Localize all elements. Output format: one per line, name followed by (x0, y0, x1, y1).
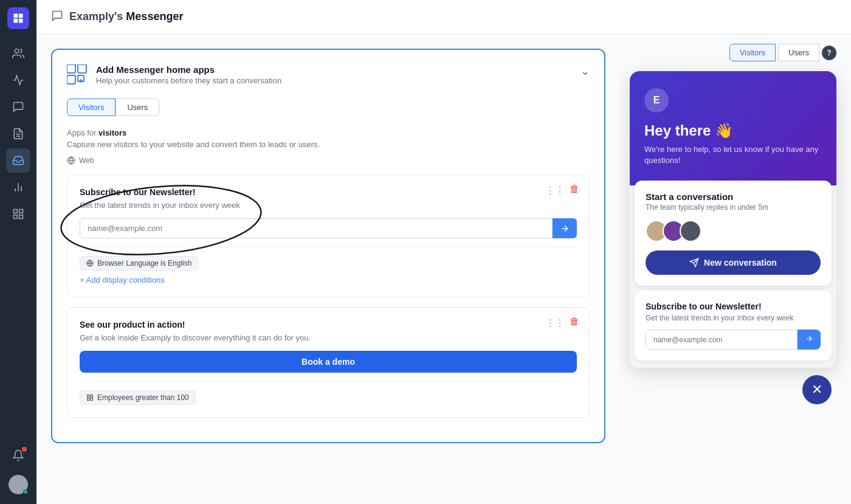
card-subtitle: Help your customers before they start a … (96, 76, 281, 85)
content-wrapper: Add Messenger home apps Help your custom… (36, 34, 851, 504)
team-avatars (646, 220, 821, 242)
card-title-group: Add Messenger home apps Help your custom… (96, 64, 281, 85)
card-header-left: Add Messenger home apps Help your custom… (67, 64, 281, 86)
new-conversation-btn[interactable]: New conversation (646, 250, 821, 275)
product-title: See our product in action! (80, 320, 577, 330)
employees-icon (86, 394, 94, 401)
employees-badge: Employees greater than 100 (80, 390, 196, 405)
drag-handle-product[interactable]: ⋮⋮ (545, 317, 565, 329)
newsletter-submit-btn[interactable] (553, 218, 577, 238)
condition-area: Browser Language is English + Add displa… (80, 247, 577, 285)
globe-icon (86, 260, 94, 267)
web-icon (67, 156, 75, 165)
card-header: Add Messenger home apps Help your custom… (67, 64, 590, 86)
condition-badge: Browser Language is English (80, 256, 198, 271)
svg-point-0 (15, 49, 19, 54)
sidebar-item-reports[interactable] (6, 175, 30, 199)
messenger-card: Add Messenger home apps Help your custom… (51, 49, 605, 443)
svg-rect-22 (88, 395, 90, 398)
messenger-subtext: We're here to help, so let us know if yo… (644, 144, 822, 166)
app-logo[interactable] (7, 7, 29, 29)
preview-tab-visitors[interactable]: Visitors (729, 44, 776, 61)
sidebar-item-notifications[interactable] (6, 443, 30, 468)
sidebar-item-inbox[interactable] (6, 148, 30, 173)
delete-newsletter-btn[interactable]: 🗑 (570, 184, 579, 195)
sidebar (0, 0, 36, 504)
nl-preview-submit[interactable] (798, 330, 821, 350)
shown-on: Web (67, 156, 590, 165)
sidebar-item-users[interactable] (6, 41, 30, 66)
tab-users[interactable]: Users (115, 98, 159, 116)
sidebar-item-conversations[interactable] (6, 95, 30, 119)
svg-rect-7 (19, 210, 23, 213)
newsletter-title: Subscribe to our Newsletter! (80, 187, 577, 197)
newsletter-input[interactable] (80, 218, 553, 238)
brand-icon: E (644, 88, 669, 112)
online-status-dot (23, 489, 28, 494)
right-panel: Visitors Users ? E Hey there 👋 We're her… (620, 34, 851, 504)
newsletter-preview-card: Subscribe to our Newsletter! Get the lat… (635, 291, 832, 361)
svg-rect-11 (78, 64, 86, 73)
svg-rect-25 (88, 398, 90, 401)
messenger-header: E Hey there 👋 We're here to help, so let… (630, 71, 836, 185)
send-icon (689, 258, 699, 268)
newsletter-form (80, 218, 577, 238)
delete-product-btn[interactable]: 🗑 (570, 316, 579, 327)
newsletter-app-wrapper: ⋮⋮ 🗑 Subscribe to our Newsletter! Get th… (67, 174, 590, 297)
nl-preview-desc: Get the latest trends in your inbox ever… (646, 314, 821, 322)
svg-rect-9 (14, 215, 18, 219)
apps-icon-block (67, 64, 89, 86)
page-title: Examply's Messenger (69, 10, 183, 23)
avatar-3 (680, 220, 701, 242)
apps-desc: Capture new visitors to your website and… (67, 140, 590, 149)
svg-rect-8 (19, 215, 23, 219)
svg-rect-6 (14, 210, 18, 213)
nl-preview-title: Subscribe to our Newsletter! (646, 302, 821, 311)
chevron-button[interactable]: ⌄ (581, 64, 590, 78)
conversation-card: Start a conversation The team typically … (635, 181, 832, 286)
sidebar-item-avatar[interactable] (6, 472, 30, 497)
convo-title: Start a conversation (646, 192, 821, 202)
product-condition-area: Employees greater than 100 (80, 381, 577, 405)
newsletter-desc: Get the latest trends in your inbox ever… (80, 201, 577, 210)
svg-rect-23 (91, 395, 93, 398)
messenger-greeting: Hey there 👋 (644, 122, 822, 139)
card-tabs: Visitors Users (67, 98, 590, 116)
notification-dot (22, 447, 27, 452)
sidebar-item-apps[interactable] (6, 202, 30, 226)
nl-preview-form (646, 330, 821, 350)
apps-label: Apps for visitors (67, 128, 590, 137)
product-app-card: ⋮⋮ 🗑 See our product in action! Get a lo… (67, 307, 590, 418)
product-desc: Get a look inside Examply to discover ev… (80, 333, 577, 342)
svg-rect-12 (67, 75, 75, 84)
main-area: Examply's Messenger (36, 0, 851, 504)
left-panel: Add Messenger home apps Help your custom… (36, 34, 620, 504)
svg-rect-24 (91, 398, 93, 401)
help-button[interactable]: ? (822, 46, 836, 60)
add-condition-link[interactable]: + Add display conditions (80, 275, 577, 285)
preview-tab-users[interactable]: Users (778, 44, 819, 61)
close-messenger-btn[interactable]: ✕ (802, 375, 832, 404)
preview-tabs: Visitors Users ? (729, 44, 836, 61)
tab-visitors[interactable]: Visitors (67, 98, 115, 116)
product-app-wrapper: ⋮⋮ 🗑 See our product in action! Get a lo… (67, 307, 590, 418)
page-header: Examply's Messenger (36, 0, 851, 34)
nl-preview-input[interactable] (646, 330, 798, 350)
sidebar-item-articles[interactable] (6, 122, 30, 146)
card-title: Add Messenger home apps (96, 64, 281, 75)
drag-handle-newsletter[interactable]: ⋮⋮ (545, 185, 565, 196)
sidebar-item-campaigns[interactable] (6, 68, 30, 92)
messenger-icon (51, 10, 63, 24)
newsletter-app-card: ⋮⋮ 🗑 Subscribe to our Newsletter! Get th… (67, 174, 590, 297)
convo-sub: The team typically replies in under 5m (646, 203, 821, 212)
demo-button[interactable]: Book a demo (80, 351, 577, 373)
svg-rect-10 (67, 64, 75, 73)
messenger-preview: E Hey there 👋 We're here to help, so let… (630, 71, 836, 368)
